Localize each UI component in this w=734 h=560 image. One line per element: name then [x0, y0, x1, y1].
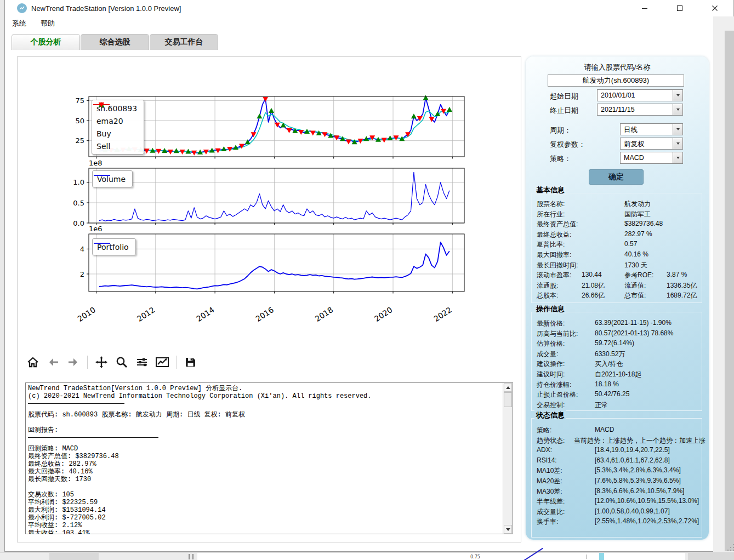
info-row: 策略:MACD: [537, 425, 705, 435]
stock-code-input[interactable]: [548, 75, 684, 87]
strategy-select[interactable]: MACD: [620, 152, 683, 164]
console-text: NewTrend TradeStation[Version 1.0.0 Prev…: [28, 385, 500, 534]
info-cell: 当前趋势：上涨趋势，上一个趋势：加速上涨: [574, 436, 705, 445]
close-button[interactable]: [707, 1, 723, 16]
resize-grip[interactable]: [727, 544, 734, 551]
menu-help[interactable]: 帮助: [38, 18, 57, 30]
chart-legend: Volume: [92, 170, 133, 187]
console-line: 平均收益: 2.12%: [28, 522, 500, 529]
svg-text:0.5: 0.5: [73, 199, 84, 207]
svg-text:1.0: 1.0: [73, 178, 84, 186]
legend-item: Volume: [97, 173, 126, 185]
minimize-button[interactable]: [636, 1, 653, 16]
info-row: RSI14:[63.4,61.0,61.1,67.2,62.8]: [537, 455, 705, 466]
info-cell: 26.66亿: [582, 291, 605, 300]
zoom-icon[interactable]: [114, 355, 129, 370]
forward-icon[interactable]: [66, 355, 81, 370]
period-label: 周期：: [550, 125, 571, 135]
console-scrollbar[interactable]: [503, 383, 513, 534]
menu-system[interactable]: 系统: [10, 18, 29, 30]
info-row: 总股本:26.66亿总市值:1689.72亿: [537, 290, 705, 300]
svg-text:2: 2: [80, 270, 84, 278]
chevron-down-icon[interactable]: [673, 104, 682, 115]
info-row: 建议时间:自2021-10-18起: [537, 369, 705, 379]
background-figure-fragment: 0.75: [197, 553, 685, 560]
info-cell: 航发动力: [624, 199, 651, 209]
start-date-value: 2010/01/01: [598, 90, 673, 101]
info-cell: 股票名称:: [537, 199, 565, 209]
info-cell: 策略:: [537, 426, 551, 435]
save-icon[interactable]: [183, 355, 198, 370]
info-row: MA20差:[7.6%,5.8%,5.3%,9.3%,6.5%]: [537, 476, 705, 486]
scroll-down-icon[interactable]: [504, 525, 512, 534]
info-cell: 总股本:: [537, 291, 558, 300]
info-cell: 最新价格:: [537, 319, 565, 328]
info-cell: 自2021-10-18起: [595, 370, 641, 379]
tab-trading-workbench[interactable]: 交易工作台: [150, 34, 218, 50]
info-cell: 50.42/76.25: [595, 390, 629, 398]
window-scrollbar[interactable]: [725, 31, 734, 551]
svg-text:1e8: 1e8: [89, 159, 103, 167]
period-value: 日线: [621, 124, 673, 135]
chevron-down-icon[interactable]: [673, 138, 682, 149]
info-cell: 总市值:: [624, 291, 646, 300]
svg-text:50: 50: [75, 117, 84, 125]
info-row: 最新价格:63.39(2021-11-15) -1.90%: [537, 318, 705, 328]
info-cell: 趋势状态:: [537, 436, 565, 445]
adjust-select[interactable]: 前复权: [620, 138, 683, 150]
info-cell: 交易控制:: [537, 401, 565, 410]
info-cell: 成交量比:: [537, 507, 565, 517]
info-cell: 80.57(2021-01-13) 78.68%: [595, 329, 673, 337]
tab-composite-screening[interactable]: 综合选股: [81, 34, 149, 50]
info-row: 股票名称:航发动力: [537, 198, 705, 209]
info-row: 持仓价涨幅:18.18 %: [537, 379, 705, 390]
scroll-thumb[interactable]: [504, 392, 512, 407]
pan-icon[interactable]: [94, 355, 109, 370]
info-cell: 最终总收益:: [537, 230, 571, 239]
info-row: 最长回撤时间:1730 天: [537, 260, 705, 270]
info-row: 半年线差:[12.0%,10.6%,10.5%,15.5%,13.0%]: [537, 496, 705, 506]
svg-text:2010: 2010: [76, 305, 98, 323]
home-icon[interactable]: [25, 355, 41, 370]
control-panel: 请输入股票代码/名称 起始日期 2010/01/01 终止日期 2021/11/…: [526, 56, 709, 540]
console-line: 交易次数: 105: [28, 491, 500, 499]
info-cell: 6330.52万: [595, 350, 625, 359]
toolbar-separator: [176, 356, 177, 369]
scroll-up-icon[interactable]: [504, 383, 512, 392]
basic-info-title: 基本信息: [534, 185, 566, 195]
back-icon[interactable]: [45, 355, 61, 370]
toolbar-separator: [87, 356, 88, 369]
chevron-down-icon[interactable]: [673, 90, 682, 101]
tab-stock-analysis[interactable]: 个股分析: [12, 34, 80, 50]
legend-item: Buy: [96, 127, 137, 140]
info-cell: 1336.35亿: [667, 281, 697, 290]
info-cell: 所在行业:: [537, 210, 565, 219]
info-cell: 流通值:: [624, 281, 646, 290]
info-cell: 21.08亿: [582, 281, 605, 290]
axes-edit-icon[interactable]: [155, 355, 170, 370]
background-fragment: [688, 553, 734, 560]
info-cell: MA20差:: [537, 477, 562, 486]
app-window: NewTrend TradeStation [Version 1.0.0 Pre…: [4, 0, 733, 552]
analysis-console[interactable]: NewTrend TradeStation[Version 1.0.0 Prev…: [25, 382, 513, 534]
end-date-picker[interactable]: 2021/11/15: [597, 104, 683, 116]
info-cell: [1.00,0.58,0.40,0.99,1.07]: [595, 507, 670, 515]
confirm-button[interactable]: 确定: [589, 169, 644, 185]
figure-canvas[interactable]: 2550750.00.51.01e8241e620102012201420162…: [18, 57, 521, 334]
info-cell: [2.55%,1.48%,1.02%,2.53%,2.72%]: [595, 517, 699, 525]
info-cell: ADX:: [537, 446, 552, 454]
legend-label: Buy: [96, 129, 111, 138]
chevron-down-icon[interactable]: [673, 124, 682, 135]
period-select[interactable]: 日线: [620, 123, 683, 135]
subplots-icon[interactable]: [134, 355, 150, 370]
info-cell: 130.44: [582, 271, 602, 278]
maximize-button[interactable]: [672, 1, 688, 16]
start-date-picker[interactable]: 2010/01/01: [597, 89, 683, 101]
info-cell: [18.4,19.0,19.4,20.7,22.5]: [595, 446, 670, 454]
info-row: 流通股:21.08亿流通值:1336.35亿: [537, 280, 705, 290]
svg-text:2016: 2016: [254, 305, 275, 323]
info-cell: 估算价格:: [537, 339, 565, 348]
info-cell: [5.3%,3.4%,2.8%,6.3%,3.4%]: [595, 466, 681, 474]
chevron-down-icon[interactable]: [673, 152, 682, 163]
console-line: [28, 483, 500, 491]
